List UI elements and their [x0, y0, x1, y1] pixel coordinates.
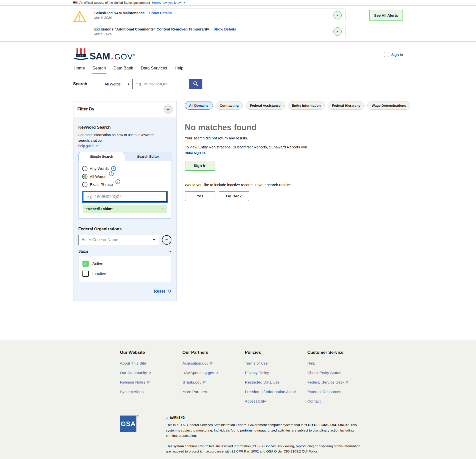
info-icon[interactable]: i	[109, 171, 114, 176]
domain-tab-wage-determinations[interactable]: Wage Determinations	[367, 101, 410, 110]
domain-tab-all-domains[interactable]: All Domains	[185, 101, 213, 110]
domain-tab-contracting[interactable]: Contracting	[216, 101, 243, 110]
chip-remove-icon[interactable]: ×	[161, 207, 164, 211]
hat-stars: ★ ★ ★	[77, 55, 83, 57]
status-section-toggle[interactable]: Status	[78, 249, 171, 253]
footer-link-restricted-data-use[interactable]: Restricted Data Use	[245, 380, 307, 385]
footer-link-accessibility[interactable]: Accessibility	[245, 399, 307, 404]
close-icon: ×	[336, 29, 339, 34]
logo-gov-text: GOV	[114, 52, 133, 61]
sign-in-link[interactable]: ← Sign In	[384, 52, 403, 57]
footer-link-terms-of-use[interactable]: Terms of Use	[245, 361, 307, 366]
footer-link-system-alerts[interactable]: System Alerts	[120, 390, 182, 394]
search-section: Search All Words ▼	[0, 74, 476, 96]
footer-link-external-resources[interactable]: External Resources	[307, 390, 370, 394]
help-guide-link[interactable]: help guide	[78, 144, 99, 148]
nav-item-search[interactable]: Search	[92, 65, 106, 74]
domain-tab-federal-hierarchy[interactable]: Federal Hierarchy	[328, 101, 365, 110]
footer-link-grants-gov[interactable]: Grants.gov	[182, 380, 245, 385]
uncle-sam-hat-icon: ★ ★ ★	[73, 47, 89, 62]
ellipsis-icon: •••	[165, 238, 169, 242]
federal-organizations-heading: Federal Organizations	[78, 227, 171, 231]
keyword-input[interactable]: e.g. 1606N020Q02	[83, 192, 167, 202]
checkbox-inactive[interactable]	[82, 271, 89, 277]
logo-star-icon: ★	[110, 56, 114, 60]
footer-column-policies: Policies Terms of Use Privacy Policy Res…	[245, 350, 307, 409]
nav-item-data-bank[interactable]: Data Bank	[113, 65, 134, 74]
domain-tab-entity-information[interactable]: Entity Information	[288, 101, 325, 110]
footer-heading: Our Partners	[182, 350, 245, 355]
alert-card: Exclusions “Additional Comments” Content…	[90, 25, 346, 38]
collapse-filters-button[interactable]: –	[163, 104, 173, 114]
login-icon: ←	[384, 52, 389, 57]
search-submit-button[interactable]	[189, 79, 202, 89]
keyword-search-box: Any Words i All Words i Exact Phrase i e…	[78, 161, 171, 219]
filter-panel-title: Filter By	[77, 107, 94, 112]
external-link-icon	[147, 381, 150, 384]
show-details-link[interactable]: Show Details	[149, 11, 172, 15]
federal-organizations-select[interactable]: Enter Code or Name ▼	[78, 235, 159, 245]
reset-icon: ↻	[167, 288, 171, 294]
go-back-button[interactable]: Go Back	[219, 191, 249, 201]
alert-close-button[interactable]: ×	[333, 11, 342, 19]
gsa-registered-mark: ®	[137, 415, 139, 417]
show-details-link[interactable]: Show Details	[214, 27, 236, 31]
search-mode-select[interactable]: All Words ▼	[102, 79, 133, 89]
external-link-icon	[203, 381, 206, 384]
footer-heading: Customer Service	[307, 350, 370, 355]
footer-link-our-community[interactable]: Our Community	[120, 371, 182, 375]
search-input[interactable]	[133, 79, 189, 89]
footer-link-privacy-policy[interactable]: Privacy Policy	[245, 371, 307, 375]
info-icon[interactable]: i	[115, 179, 120, 184]
reset-filters-link[interactable]: Reset ↻	[78, 288, 171, 294]
more-options-button[interactable]: •••	[162, 235, 171, 245]
site-header: ★ ★ ★ SAM ★ GOV ® ← Sign In	[73, 42, 403, 65]
info-icon[interactable]: i	[111, 166, 116, 171]
footer-link-contact[interactable]: Contact	[307, 399, 370, 404]
logo-registered-mark: ®	[133, 53, 135, 56]
warning-paragraph-1: This is a U.S. General Services Administ…	[166, 422, 365, 439]
nav-item-help[interactable]: Help	[174, 65, 184, 74]
footer-link-acquisition-gov[interactable]: Acquisition.gov	[182, 361, 245, 366]
alert-close-button[interactable]: ×	[333, 27, 342, 36]
checkbox-active[interactable]: ✓	[82, 261, 89, 267]
footer-link-release-notes[interactable]: Release Notes	[120, 380, 182, 385]
radio-exact-phrase[interactable]	[82, 182, 87, 187]
gov-banner: An official website of the United States…	[0, 0, 476, 6]
external-link-icon	[346, 381, 349, 384]
nav-item-data-services[interactable]: Data Services	[140, 65, 168, 74]
footer-link-check-entity-status[interactable]: Check Entity Status	[307, 371, 370, 375]
keyword-input-placeholder: e.g. 1606N020Q02	[87, 194, 121, 199]
warning-paragraph-2: This system contains Controlled Unclassi…	[166, 444, 365, 454]
radio-all-words[interactable]	[82, 174, 87, 179]
footer-link-usaspending-gov[interactable]: USASpending.gov	[182, 371, 245, 375]
alert-title: Scheduled SAM Maintenance	[94, 11, 145, 15]
yes-button[interactable]: Yes	[185, 191, 215, 201]
keyword-info-text: For more information on how to use our k…	[78, 132, 162, 143]
sam-gov-logo[interactable]: ★ ★ ★ SAM ★ GOV ®	[73, 47, 135, 62]
footer-link-more-partners[interactable]: More Partners	[182, 390, 245, 394]
footer-link-help[interactable]: Help	[307, 361, 370, 366]
chevron-up-icon	[168, 249, 171, 253]
alerts-section: Scheduled SAM Maintenance Show Details M…	[0, 6, 476, 42]
chevron-down-icon: ▼	[127, 83, 130, 85]
tab-simple-search[interactable]: Simple Search	[78, 152, 125, 161]
how-you-know-link[interactable]: Here's how you know	[152, 1, 181, 4]
logo-sam-text: SAM	[90, 51, 110, 62]
main-nav: Home Search Data Bank Data Services Help	[0, 65, 476, 74]
footer-link-about-this-site[interactable]: About This Site	[120, 361, 182, 366]
radio-any-words[interactable]	[82, 166, 87, 171]
external-link-icon	[148, 371, 152, 375]
footer-link-federal-service-desk[interactable]: Federal Service Desk	[307, 380, 370, 385]
nav-item-home[interactable]: Home	[73, 65, 85, 74]
warning-triangle-icon	[73, 10, 86, 24]
inactive-records-question: Would you like to include inactive recor…	[185, 183, 410, 187]
footer-link-foia[interactable]: Freedom of Information Act	[245, 390, 307, 394]
see-all-alerts-button[interactable]: See All Alerts	[369, 10, 403, 21]
footer-column-our-website: Our Website About This Site Our Communit…	[120, 350, 182, 409]
tab-search-editor[interactable]: Search Editor	[125, 152, 171, 161]
checkbox-active-label: Active	[92, 262, 103, 266]
sign-in-button[interactable]: Sign In	[185, 161, 215, 171]
footer-column-customer-service: Customer Service Help Check Entity Statu…	[307, 350, 370, 409]
domain-tab-federal-assistance[interactable]: Federal Assistance	[246, 101, 285, 110]
